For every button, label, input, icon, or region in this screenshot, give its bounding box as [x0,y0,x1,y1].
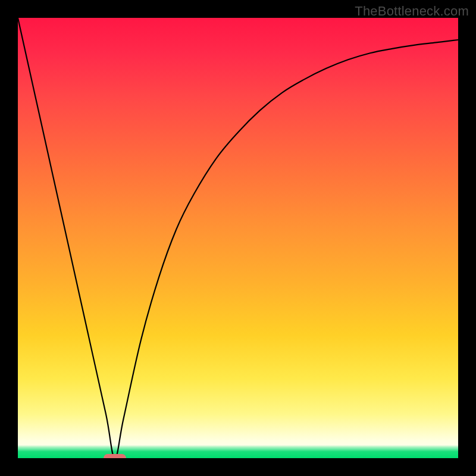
bottleneck-curve [18,18,458,458]
minimum-marker [104,454,126,458]
curve-svg [18,18,458,458]
chart-frame: TheBottleneck.com [0,0,476,476]
plot-area [18,18,458,458]
watermark-text: TheBottleneck.com [355,4,469,19]
